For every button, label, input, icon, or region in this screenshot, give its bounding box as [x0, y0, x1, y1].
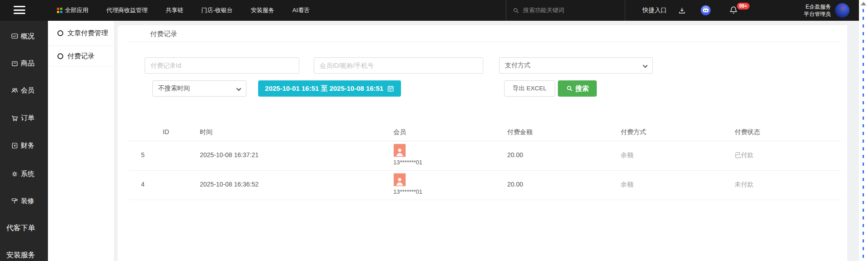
scrollbar-marks [863, 9, 864, 261]
cell-member-phone: 13*******01 [393, 159, 422, 166]
cell-time: 2025-10-08 16:36:52 [200, 181, 259, 188]
member-search-input[interactable] [314, 57, 483, 74]
top-bar: 全部应用 代理商收益管理 共享链 门店-收银台 安装服务 AI看舌 搜索功能关键… [0, 0, 859, 21]
scrollbar-up-arrow[interactable] [861, 2, 866, 5]
title-divider [127, 42, 841, 42]
cell-time: 2025-10-08 16:37:21 [200, 151, 259, 158]
time-mode-select[interactable]: 不搜索时间 [152, 80, 246, 97]
orders-icon [11, 114, 19, 122]
cell-status: 未付款 [735, 181, 754, 189]
cell-id: 5 [141, 151, 145, 158]
submenu-item-article-pay[interactable]: 文章付费管理 [48, 21, 114, 46]
nav-item-agent-revenue[interactable]: 代理商收益管理 [107, 6, 148, 14]
cell-member-phone: 13*******01 [393, 188, 422, 195]
nav-item-ai-tongue[interactable]: AI看舌 [292, 6, 310, 14]
circle-icon [57, 53, 63, 59]
role-name: 平台管理员 [786, 10, 831, 18]
person-icon [395, 147, 405, 157]
search-icon [513, 7, 519, 14]
submenu-item-pay-records[interactable]: 付费记录 [48, 46, 114, 66]
date-range-button[interactable]: 2025-10-01 16:51 至 2025-10-08 16:51 [258, 80, 401, 97]
sidebar-item-decorate[interactable]: 装修 [11, 196, 34, 206]
user-avatar[interactable] [835, 3, 849, 18]
cell-amount: 20.00 [507, 151, 523, 158]
download-icon[interactable] [678, 7, 686, 14]
sidebar-item-proxy-order[interactable]: 代客下单 [6, 223, 35, 233]
sidebar-item-system[interactable]: 系统 [11, 168, 34, 179]
org-name: E企盈服务 [786, 3, 831, 10]
col-header-member: 会员 [393, 128, 406, 136]
col-header-status: 付费状态 [735, 128, 760, 136]
payment-method-select[interactable]: 支付方式 [499, 57, 653, 74]
calendar-icon [387, 85, 394, 92]
col-header-time: 时间 [200, 128, 212, 136]
cell-method: 余额 [621, 151, 633, 159]
sidebar-item-install-service[interactable]: 安装服务 [6, 250, 35, 261]
table-header-divider [129, 141, 841, 141]
sidebar-item-orders[interactable]: 订单 [11, 112, 34, 123]
main-panel: 付费记录 支付方式 不搜索时间 2025-10-01 16:51 至 2025-… [118, 25, 847, 261]
table-row-divider [129, 170, 841, 171]
cell-id: 4 [141, 181, 145, 188]
finance-icon: ¥ [11, 142, 19, 149]
table-row-divider [129, 200, 841, 200]
circle-icon [57, 30, 63, 36]
chevron-down-icon [643, 63, 648, 68]
nav-item-install-service[interactable]: 安装服务 [251, 6, 274, 14]
sidebar-item-overview[interactable]: 概况 [11, 31, 34, 42]
person-icon [395, 176, 405, 186]
nav-item-share-chain[interactable]: 共享链 [166, 6, 184, 14]
top-navigation: 全部应用 代理商收益管理 共享链 门店-收银台 安装服务 AI看舌 [57, 0, 310, 21]
record-id-input[interactable] [145, 57, 299, 74]
goods-icon [11, 60, 19, 67]
sidebar-item-finance[interactable]: ¥ 财务 [11, 140, 34, 151]
search-button[interactable]: 搜索 [558, 80, 597, 97]
search-icon [566, 85, 573, 92]
overview-icon [11, 33, 19, 40]
nav-item-all-apps[interactable]: 全部应用 [57, 6, 89, 14]
user-menu[interactable]: E企盈服务 平台管理员 [786, 3, 831, 18]
global-search-box[interactable]: 搜索功能关键词 [506, 0, 625, 21]
export-excel-button[interactable]: 导出 EXCEL [504, 80, 555, 97]
page-title: 付费记录 [150, 30, 177, 38]
notification-badge: 99+ [737, 3, 750, 9]
col-header-id: ID [163, 128, 169, 135]
members-icon [11, 87, 19, 94]
cell-amount: 20.00 [507, 181, 523, 188]
secondary-menu: 文章付费管理 付费记录 [48, 21, 114, 261]
app-screen: 全部应用 代理商收益管理 共享链 门店-收银台 安装服务 AI看舌 搜索功能关键… [0, 0, 868, 261]
cell-method: 余额 [621, 181, 633, 189]
cell-status: 已付款 [735, 151, 754, 159]
chevron-down-icon [236, 86, 241, 91]
left-sidebar: 概况 商品 会员 订单 ¥ 财务 系统 装修 代客下单 安装服 [0, 21, 48, 261]
nav-label: 全部应用 [65, 6, 89, 14]
member-avatar [393, 144, 406, 157]
apps-grid-icon [57, 8, 62, 13]
member-avatar [393, 173, 406, 186]
system-icon [11, 170, 19, 178]
hamburger-menu-icon[interactable] [14, 6, 25, 15]
col-header-method: 付费方式 [621, 128, 646, 136]
search-placeholder: 搜索功能关键词 [523, 6, 564, 14]
nav-item-store-cashier[interactable]: 门店-收银台 [202, 6, 233, 14]
col-header-amount: 付费金额 [507, 128, 533, 136]
sidebar-item-goods[interactable]: 商品 [11, 58, 34, 69]
ai-robot-icon[interactable] [701, 5, 711, 15]
decorate-icon [11, 197, 19, 205]
quick-entry-link[interactable]: 快捷入口 [642, 0, 667, 21]
vertical-scrollbar[interactable] [859, 0, 868, 261]
svg-text:¥: ¥ [14, 144, 16, 148]
sidebar-item-members[interactable]: 会员 [11, 85, 34, 96]
